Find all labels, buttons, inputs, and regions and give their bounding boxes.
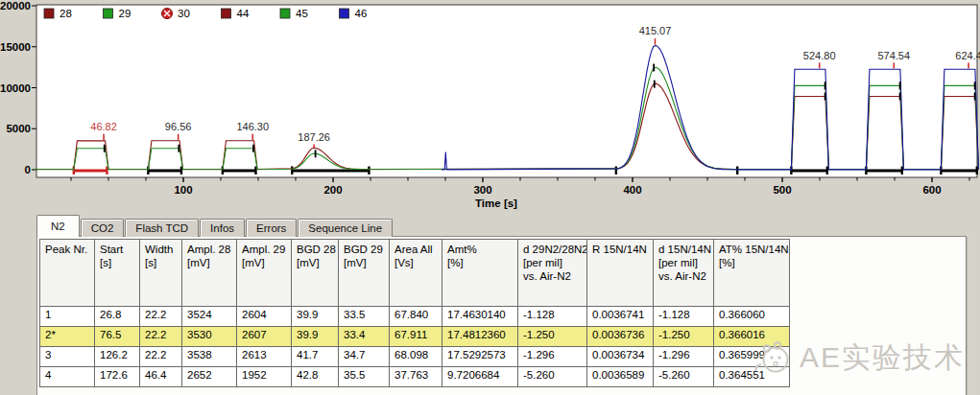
legend-swatch-46 <box>340 9 349 18</box>
legend-label-46: 46 <box>355 8 368 19</box>
result-tabbar: N2CO2Flash TCDInfosErrorsSequence Line <box>36 215 394 237</box>
peak-label-146.30: 146.30 <box>236 121 269 132</box>
header-cell[interactable]: BGD 29[mV] <box>339 240 390 307</box>
cell: 39.9 <box>292 327 339 347</box>
header-cell[interactable]: Start[s] <box>95 240 140 307</box>
x-axis-tick-label: 200 <box>323 184 342 196</box>
cell: 3524 <box>182 307 237 327</box>
cell: 1952 <box>237 367 292 387</box>
cell: 67.911 <box>390 327 442 347</box>
cell: 17.4812360 <box>442 327 518 347</box>
cell: 33.5 <box>339 307 390 327</box>
x-axis-tick-label: 400 <box>623 184 641 196</box>
header-cell[interactable]: d 29N2/28N2[per mil]vs. Air-N2 <box>518 240 587 307</box>
y-axis-tick-label: 15000 <box>0 41 31 53</box>
peak-label-524.80: 524.80 <box>803 50 836 61</box>
cell: 2* <box>40 327 95 347</box>
cell: 0.0036741 <box>587 307 654 327</box>
table-row-2[interactable]: 2*76.522.23530260739.933.467.91117.48123… <box>40 327 790 347</box>
cell: 34.7 <box>339 347 390 367</box>
cell: 17.5292573 <box>442 347 518 367</box>
cell: 3538 <box>182 347 237 367</box>
cell: 35.5 <box>339 367 390 387</box>
cell: 76.5 <box>95 327 140 347</box>
legend-swatch-28 <box>44 9 54 18</box>
peak-label-187.26: 187.26 <box>298 131 330 143</box>
legend-label-28: 28 <box>60 8 72 19</box>
legend-label-44: 44 <box>237 8 250 19</box>
peak-label-46.82: 46.82 <box>90 121 117 132</box>
cell: 126.2 <box>95 347 140 367</box>
cell: -1.296 <box>654 347 714 367</box>
header-cell[interactable]: Amt%[%] <box>442 240 518 307</box>
cell: 26.8 <box>95 307 140 327</box>
legend-swatch-45 <box>280 9 290 18</box>
header-cell[interactable]: Width[s] <box>140 240 182 307</box>
x-axis-tick-label: 300 <box>473 184 491 196</box>
tab-n2[interactable]: N2 <box>36 215 80 237</box>
x-axis-tick-label: 100 <box>174 184 192 196</box>
header-cell[interactable]: AT% 15N/14N[%] <box>714 240 790 307</box>
cell: 0.0036736 <box>587 327 654 347</box>
tab-errors[interactable]: Errors <box>246 219 297 237</box>
tab-infos[interactable]: Infos <box>200 219 245 237</box>
cell: 41.7 <box>292 347 339 367</box>
cell: 2613 <box>237 347 292 367</box>
cell: 2604 <box>237 307 292 327</box>
table-row-1[interactable]: 126.822.23524260439.933.567.84017.463014… <box>40 307 790 327</box>
tab-sequence-line[interactable]: Sequence Line <box>298 219 393 237</box>
cell: -1.128 <box>518 307 587 327</box>
header-cell[interactable]: Area All[Vs] <box>390 240 442 307</box>
cell: 17.4630140 <box>442 307 518 327</box>
peak-label-415.07: 415.07 <box>639 25 672 36</box>
y-axis-tick-label: 5000 <box>6 123 31 134</box>
chart-plot-area[interactable] <box>36 5 977 177</box>
chromatogram-chart[interactable]: 05000100001500020000100200300400500600Ti… <box>0 0 980 213</box>
cell: -1.250 <box>654 327 714 347</box>
header-cell[interactable]: R 15N/14N <box>587 240 654 307</box>
y-axis-tick-label: 10000 <box>0 82 31 94</box>
cell: -1.250 <box>518 327 587 347</box>
table-row-3[interactable]: 3126.222.23538261341.734.768.09817.52925… <box>40 347 790 367</box>
header-cell[interactable]: Peak Nr. <box>40 240 95 307</box>
cell: -1.296 <box>518 347 587 367</box>
time-axis-title: Time [s] <box>475 198 517 209</box>
cell: 2607 <box>237 327 292 347</box>
cell: 33.4 <box>339 327 390 347</box>
cell: 0.366016 <box>714 327 790 347</box>
cell: 39.9 <box>292 307 339 327</box>
header-cell[interactable]: Ampl. 29[mV] <box>237 240 292 307</box>
peak-table: Peak Nr.Start[s]Width[s]Ampl. 28[mV]Ampl… <box>39 239 790 387</box>
cell: 22.2 <box>140 307 182 327</box>
cell: 22.2 <box>140 347 182 367</box>
cell: 46.4 <box>140 367 182 387</box>
legend-label-30: 30 <box>178 8 190 19</box>
irms-acquisition-window: { "chart": { "type": "line", "xlabel": "… <box>0 0 980 395</box>
cell: 0.365999 <box>714 347 790 367</box>
cell: 2652 <box>182 367 237 387</box>
legend-swatch-29 <box>104 9 113 18</box>
header-cell[interactable]: BGD 28[mV] <box>292 240 339 307</box>
cell: -5.260 <box>518 367 587 387</box>
table-header-row: Peak Nr.Start[s]Width[s]Ampl. 28[mV]Ampl… <box>40 240 790 307</box>
cell: -1.128 <box>654 307 714 327</box>
peak-table-panel: Peak Nr.Start[s]Width[s]Ampl. 28[mV]Ampl… <box>36 236 967 395</box>
cell: 0.366060 <box>714 307 790 327</box>
cell: 0.0036589 <box>587 367 654 387</box>
cell: 172.6 <box>95 367 140 387</box>
tab-co2[interactable]: CO2 <box>81 219 125 237</box>
tab-flash-tcd[interactable]: Flash TCD <box>125 219 199 237</box>
header-cell[interactable]: d 15N/14N[per mil]vs. Air-N2 <box>654 240 714 307</box>
legend-label-29: 29 <box>119 8 131 19</box>
cell: 9.7206684 <box>442 367 518 387</box>
cell: 4 <box>40 367 95 387</box>
cell: -5.260 <box>654 367 714 387</box>
cell: 22.2 <box>140 327 182 347</box>
header-cell[interactable]: Ampl. 28[mV] <box>182 240 237 307</box>
table-row-4[interactable]: 4172.646.42652195242.835.537.7639.720668… <box>40 367 790 387</box>
cell: 67.840 <box>390 307 442 327</box>
cell: 37.763 <box>390 367 442 387</box>
cell: 3 <box>40 347 95 367</box>
cell: 0.364551 <box>714 367 790 387</box>
chart-canvas[interactable]: 05000100001500020000100200300400500600Ti… <box>0 0 980 213</box>
